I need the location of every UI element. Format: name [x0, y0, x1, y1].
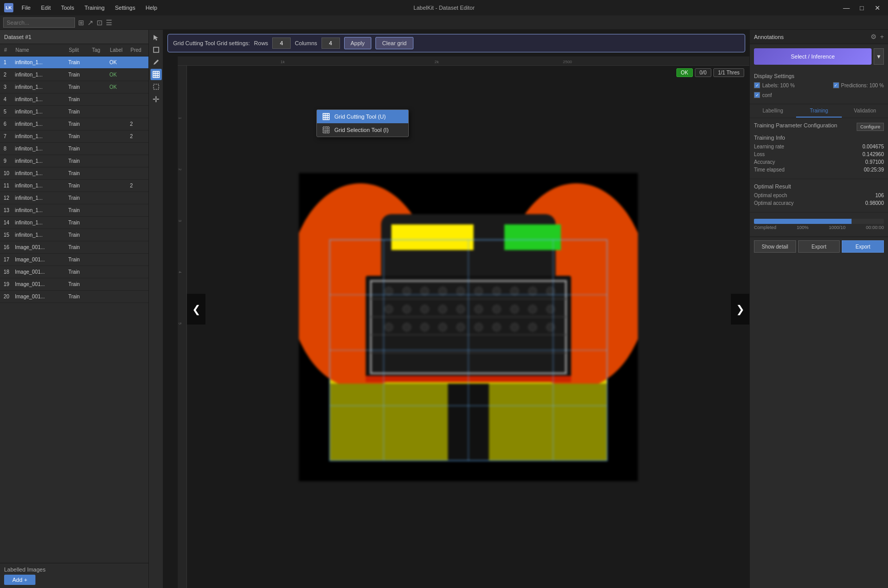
toolbar-icon-3[interactable]: ⊡	[97, 18, 103, 27]
training-params-title: Training Parameter Configuration	[754, 122, 837, 128]
window-title: LabelKit - Dataset Editor	[413, 5, 475, 11]
table-row[interactable]: 10 infiniton_1... Train	[0, 167, 148, 180]
clear-grid-button[interactable]: Clear grid	[375, 37, 413, 49]
add-images-button[interactable]: Add +	[4, 575, 35, 585]
svg-point-33	[439, 305, 447, 313]
cursor-tool-button[interactable]	[150, 32, 162, 43]
conf-checkbox[interactable]	[754, 92, 760, 98]
panel-settings-icon[interactable]: ⚙	[871, 33, 877, 41]
inference-button[interactable]: Select / Inference	[754, 48, 872, 65]
table-row[interactable]: 7 infiniton_1... Train 2	[0, 130, 148, 143]
table-row[interactable]: 20 Image_001... Train	[0, 291, 148, 303]
svg-point-31	[403, 305, 411, 313]
table-row[interactable]: 15 infiniton_1... Train	[0, 229, 148, 241]
labelled-images-label: Labelled Images	[4, 566, 144, 573]
menu-file[interactable]: File	[17, 4, 35, 12]
col-header-label: Label	[108, 47, 128, 53]
progress-labels: Completed 100% 1000/10 00:00:00	[754, 225, 884, 230]
secondary-toolbar: ⊞ ↗ ⊡ ☰	[0, 15, 888, 30]
inference-expand-button[interactable]: ▼	[874, 48, 884, 65]
minimize-button[interactable]: —	[840, 3, 853, 13]
canvas-image-area	[187, 66, 749, 588]
tab-validation[interactable]: Validation	[842, 104, 888, 118]
grid-cut-tool-button[interactable]	[150, 69, 162, 80]
grid-sel-icon	[322, 126, 330, 134]
left-panel-bottom: Labelled Images Add +	[0, 563, 148, 588]
show-detail-button[interactable]: Show detail	[754, 240, 796, 253]
status-ok-badge: OK	[676, 68, 693, 77]
apply-button[interactable]: Apply	[344, 37, 372, 49]
loss-label: Loss	[754, 151, 765, 157]
menu-help[interactable]: Help	[141, 4, 161, 12]
search-input[interactable]	[3, 17, 75, 28]
table-row[interactable]: 8 infiniton_1... Train	[0, 143, 148, 155]
table-row[interactable]: 11 infiniton_1... Train 2	[0, 180, 148, 192]
svg-point-30	[385, 305, 393, 313]
table-row[interactable]: 9 infiniton_1... Train	[0, 155, 148, 167]
rows-input[interactable]	[272, 37, 291, 49]
table-row[interactable]: 6 infiniton_1... Train 2	[0, 118, 148, 130]
table-row[interactable]: 1 infiniton_1... Train OK	[0, 56, 148, 69]
table-row[interactable]: 18 Image_001... Train	[0, 266, 148, 278]
menu-edit[interactable]: Edit	[37, 4, 55, 12]
title-bar-left: LK File Edit Tools Training Settings Hel…	[4, 3, 161, 12]
tab-training[interactable]: Training	[796, 104, 842, 118]
next-image-button[interactable]: ❯	[731, 294, 749, 325]
close-button[interactable]: ✕	[871, 3, 884, 13]
menu-tools[interactable]: Tools	[57, 4, 79, 12]
tools-sidebar: ✛	[149, 30, 163, 588]
columns-input[interactable]	[322, 37, 340, 49]
optimal-epoch-row: Optimal epoch 106	[754, 193, 884, 198]
ruler-left: 1 2 3 4 5	[178, 66, 187, 588]
prev-image-button[interactable]: ❮	[187, 294, 205, 325]
panel-add-icon[interactable]: +	[880, 33, 884, 41]
status-count-badge: 0/0	[695, 68, 711, 77]
time-row: Time elapsed 00:25:39	[754, 167, 884, 173]
table-row[interactable]: 2 infiniton_1... Train OK	[0, 69, 148, 81]
tab-training-label: Training	[810, 108, 828, 113]
toolbar-icon-1[interactable]: ⊞	[78, 18, 84, 27]
svg-point-34	[457, 305, 465, 313]
export-button-2[interactable]: Export	[842, 240, 884, 253]
svg-point-47	[511, 323, 519, 331]
toolbar-icon-4[interactable]: ☰	[106, 18, 112, 27]
right-panel-header: Annotations ⚙ +	[750, 30, 888, 44]
col-header-num: #	[2, 47, 13, 53]
table-row[interactable]: 13 infiniton_1... Train	[0, 204, 148, 217]
labels-pct-label: Labels: 100 %	[762, 83, 795, 88]
move-tool-button[interactable]: ✛	[150, 93, 162, 105]
svg-point-45	[475, 323, 483, 331]
svg-point-28	[528, 287, 537, 295]
tab-labelling-label: Labelling	[763, 108, 783, 113]
time-value: 00:25:39	[864, 167, 884, 173]
predictions-checkbox[interactable]	[833, 82, 839, 88]
maximize-button[interactable]: □	[855, 3, 868, 13]
svg-point-25	[475, 287, 483, 295]
table-row[interactable]: 19 Image_001... Train	[0, 278, 148, 291]
pencil-tool-button[interactable]	[150, 56, 162, 68]
toolbar-icon-2[interactable]: ↗	[87, 18, 93, 27]
tab-labelling[interactable]: Labelling	[750, 104, 796, 118]
selection-tool-button[interactable]	[150, 44, 162, 55]
menu-training[interactable]: Training	[80, 4, 108, 12]
export-button-1[interactable]: Export	[798, 240, 840, 253]
table-row[interactable]: 4 infiniton_1... Train	[0, 93, 148, 106]
table-row[interactable]: 16 Image_001... Train	[0, 241, 148, 254]
table-row[interactable]: 3 infiniton_1... Train OK	[0, 81, 148, 93]
table-row[interactable]: 17 Image_001... Train	[0, 254, 148, 266]
table-row[interactable]: 5 infiniton_1... Train	[0, 106, 148, 118]
svg-point-27	[511, 287, 519, 295]
ruler-top: 1k 2k 2500	[178, 56, 749, 66]
dotted-selection-button[interactable]	[150, 81, 162, 92]
context-menu-item-grid-cut[interactable]: Grid Cutting Tool (U)	[317, 110, 408, 123]
labels-checkbox[interactable]	[754, 82, 760, 88]
progress-fill	[754, 219, 852, 224]
table-row[interactable]: 14 infiniton_1... Train	[0, 217, 148, 229]
bottom-buttons: Show detail Export Export	[750, 237, 888, 256]
configure-button[interactable]: Configure	[857, 123, 884, 131]
context-menu-item-grid-sel[interactable]: Grid Selection Tool (I)	[317, 123, 408, 137]
table-row[interactable]: 12 infiniton_1... Train	[0, 192, 148, 204]
menu-settings[interactable]: Settings	[111, 4, 140, 12]
left-arrow-icon: ❮	[192, 303, 201, 315]
tab-bar: Labelling Training Validation	[750, 104, 888, 118]
